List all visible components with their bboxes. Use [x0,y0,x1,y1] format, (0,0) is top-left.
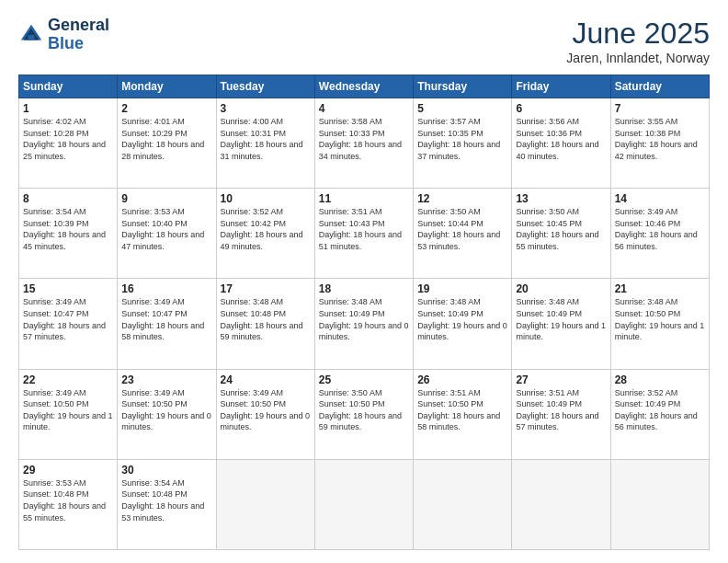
col-saturday: Saturday [610,75,709,98]
calendar-header-row: Sunday Monday Tuesday Wednesday Thursday… [19,75,710,98]
header: General Blue June 2025 Jaren, Innlandet,… [18,17,710,65]
day-number: 5 [417,102,507,115]
day-info: Sunrise: 3:51 AMSunset: 10:49 PMDaylight… [516,387,606,433]
day-number: 1 [23,102,113,115]
day-info: Sunrise: 4:01 AMSunset: 10:29 PMDaylight… [121,116,211,162]
day-number: 17 [221,282,311,295]
calendar-row: 8Sunrise: 3:54 AMSunset: 10:39 PMDayligh… [19,189,710,279]
table-row [414,459,512,549]
day-number: 15 [23,282,113,295]
table-row: 18Sunrise: 3:48 AMSunset: 10:49 PMDaylig… [314,279,413,369]
col-sunday: Sunday [19,75,118,98]
table-row: 11Sunrise: 3:51 AMSunset: 10:43 PMDaylig… [314,189,413,279]
day-info: Sunrise: 3:48 AMSunset: 10:49 PMDaylight… [516,296,606,342]
day-info: Sunrise: 3:52 AMSunset: 10:42 PMDaylight… [221,206,311,252]
table-row: 13Sunrise: 3:50 AMSunset: 10:45 PMDaylig… [512,189,610,279]
day-info: Sunrise: 3:51 AMSunset: 10:50 PMDaylight… [417,387,507,433]
table-row: 9Sunrise: 3:53 AMSunset: 10:40 PMDayligh… [118,189,216,279]
table-row: 8Sunrise: 3:54 AMSunset: 10:39 PMDayligh… [19,189,118,279]
day-info: Sunrise: 3:57 AMSunset: 10:35 PMDaylight… [417,116,507,162]
day-number: 24 [221,373,311,386]
day-number: 22 [23,373,113,386]
table-row: 1Sunrise: 4:02 AMSunset: 10:28 PMDayligh… [19,98,118,189]
day-info: Sunrise: 3:54 AMSunset: 10:39 PMDaylight… [23,206,113,252]
day-number: 10 [221,192,311,205]
day-number: 6 [516,102,606,115]
table-row: 2Sunrise: 4:01 AMSunset: 10:29 PMDayligh… [118,98,216,189]
table-row: 26Sunrise: 3:51 AMSunset: 10:50 PMDaylig… [414,369,512,459]
day-number: 3 [221,102,311,115]
day-info: Sunrise: 3:58 AMSunset: 10:33 PMDaylight… [319,116,409,162]
day-number: 9 [121,192,211,205]
table-row: 6Sunrise: 3:56 AMSunset: 10:36 PMDayligh… [512,98,610,189]
col-wednesday: Wednesday [314,75,413,98]
day-info: Sunrise: 3:49 AMSunset: 10:47 PMDaylight… [23,296,113,342]
calendar-row: 22Sunrise: 3:49 AMSunset: 10:50 PMDaylig… [19,369,710,459]
title-block: June 2025 Jaren, Innlandet, Norway [566,17,710,65]
day-info: Sunrise: 3:49 AMSunset: 10:46 PMDaylight… [615,206,705,252]
day-number: 11 [319,192,409,205]
col-thursday: Thursday [414,75,512,98]
col-monday: Monday [118,75,216,98]
day-info: Sunrise: 4:00 AMSunset: 10:31 PMDaylight… [221,116,311,162]
day-info: Sunrise: 3:50 AMSunset: 10:50 PMDaylight… [319,387,409,433]
table-row: 27Sunrise: 3:51 AMSunset: 10:49 PMDaylig… [512,369,610,459]
table-row: 5Sunrise: 3:57 AMSunset: 10:35 PMDayligh… [414,98,512,189]
table-row: 7Sunrise: 3:55 AMSunset: 10:38 PMDayligh… [610,98,709,189]
day-number: 29 [23,464,113,477]
logo-icon [18,22,44,48]
location: Jaren, Innlandet, Norway [566,51,710,65]
day-number: 4 [319,102,409,115]
svg-rect-2 [28,35,35,40]
table-row: 3Sunrise: 4:00 AMSunset: 10:31 PMDayligh… [216,98,314,189]
day-info: Sunrise: 3:48 AMSunset: 10:49 PMDaylight… [417,296,507,342]
day-number: 18 [319,282,409,295]
day-number: 26 [417,373,507,386]
col-tuesday: Tuesday [216,75,314,98]
table-row: 25Sunrise: 3:50 AMSunset: 10:50 PMDaylig… [314,369,413,459]
table-row: 23Sunrise: 3:49 AMSunset: 10:50 PMDaylig… [118,369,216,459]
day-number: 14 [615,192,705,205]
table-row [512,459,610,549]
table-row: 29Sunrise: 3:53 AMSunset: 10:48 PMDaylig… [19,459,118,549]
day-info: Sunrise: 3:48 AMSunset: 10:48 PMDaylight… [221,296,311,342]
day-number: 27 [516,373,606,386]
table-row: 4Sunrise: 3:58 AMSunset: 10:33 PMDayligh… [314,98,413,189]
day-info: Sunrise: 3:49 AMSunset: 10:50 PMDaylight… [221,387,311,433]
table-row: 12Sunrise: 3:50 AMSunset: 10:44 PMDaylig… [414,189,512,279]
day-info: Sunrise: 3:54 AMSunset: 10:48 PMDaylight… [121,477,211,523]
day-info: Sunrise: 3:55 AMSunset: 10:38 PMDaylight… [615,116,705,162]
calendar-row: 29Sunrise: 3:53 AMSunset: 10:48 PMDaylig… [19,459,710,549]
table-row: 14Sunrise: 3:49 AMSunset: 10:46 PMDaylig… [610,189,709,279]
day-number: 16 [121,282,211,295]
day-number: 25 [319,373,409,386]
table-row: 15Sunrise: 3:49 AMSunset: 10:47 PMDaylig… [19,279,118,369]
table-row [216,459,314,549]
day-info: Sunrise: 3:50 AMSunset: 10:45 PMDaylight… [516,206,606,252]
col-friday: Friday [512,75,610,98]
table-row: 24Sunrise: 3:49 AMSunset: 10:50 PMDaylig… [216,369,314,459]
day-number: 7 [615,102,705,115]
day-number: 20 [516,282,606,295]
day-info: Sunrise: 4:02 AMSunset: 10:28 PMDaylight… [23,116,113,162]
table-row: 21Sunrise: 3:48 AMSunset: 10:50 PMDaylig… [610,279,709,369]
day-number: 12 [417,192,507,205]
day-number: 2 [121,102,211,115]
day-number: 13 [516,192,606,205]
table-row: 20Sunrise: 3:48 AMSunset: 10:49 PMDaylig… [512,279,610,369]
calendar: Sunday Monday Tuesday Wednesday Thursday… [18,75,710,550]
day-info: Sunrise: 3:49 AMSunset: 10:47 PMDaylight… [121,296,211,342]
table-row: 17Sunrise: 3:48 AMSunset: 10:48 PMDaylig… [216,279,314,369]
day-number: 21 [615,282,705,295]
calendar-row: 15Sunrise: 3:49 AMSunset: 10:47 PMDaylig… [19,279,710,369]
day-info: Sunrise: 3:48 AMSunset: 10:49 PMDaylight… [319,296,409,342]
day-number: 19 [417,282,507,295]
page: General Blue June 2025 Jaren, Innlandet,… [0,0,728,563]
table-row: 16Sunrise: 3:49 AMSunset: 10:47 PMDaylig… [118,279,216,369]
day-info: Sunrise: 3:50 AMSunset: 10:44 PMDaylight… [417,206,507,252]
day-info: Sunrise: 3:56 AMSunset: 10:36 PMDaylight… [516,116,606,162]
table-row: 19Sunrise: 3:48 AMSunset: 10:49 PMDaylig… [414,279,512,369]
day-number: 28 [615,373,705,386]
day-info: Sunrise: 3:48 AMSunset: 10:50 PMDaylight… [615,296,705,342]
table-row [610,459,709,549]
